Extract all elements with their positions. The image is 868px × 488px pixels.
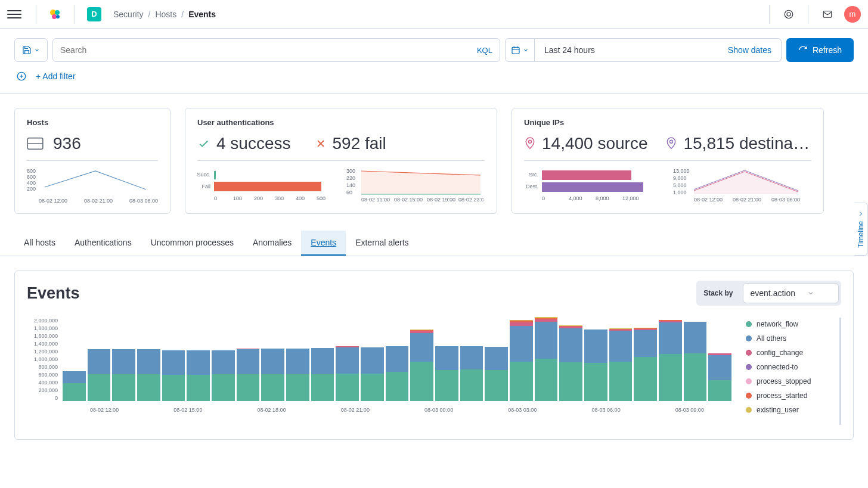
svg-point-34 bbox=[670, 140, 673, 143]
bar-column[interactable] bbox=[212, 350, 235, 401]
divider bbox=[769, 5, 770, 24]
bar-column[interactable] bbox=[510, 320, 533, 401]
svg-text:Dest.: Dest. bbox=[526, 184, 538, 189]
bar-column[interactable] bbox=[261, 349, 284, 401]
bar-column[interactable] bbox=[634, 328, 657, 401]
legend-item[interactable]: All others bbox=[746, 334, 835, 343]
svg-text:08-02 12:00: 08-02 12:00 bbox=[694, 197, 723, 203]
breadcrumb: Security / Hosts / Events bbox=[113, 10, 216, 19]
breadcrumb-section[interactable]: Hosts bbox=[155, 10, 176, 19]
ips-trend-chart: 13,000 9,000 5,000 1,000 08-02 12:00 08-… bbox=[673, 168, 804, 204]
bar-column[interactable] bbox=[485, 347, 508, 401]
kql-toggle[interactable]: KQL bbox=[477, 46, 492, 55]
legend-item[interactable]: connected-to bbox=[746, 363, 835, 371]
svg-text:300: 300 bbox=[346, 168, 355, 174]
x-tick: 08-03 06:00 bbox=[129, 198, 158, 204]
bar-column[interactable] bbox=[684, 322, 707, 401]
legend-item[interactable]: existing_user bbox=[746, 406, 835, 414]
tab-anomalies[interactable]: Anomalies bbox=[243, 231, 301, 256]
chevron-down-icon bbox=[34, 47, 40, 53]
saved-query-button[interactable] bbox=[14, 38, 48, 62]
breadcrumb-app[interactable]: Security bbox=[113, 10, 144, 19]
bar-column[interactable] bbox=[659, 320, 682, 401]
hosts-icon bbox=[27, 137, 44, 150]
tab-all-hosts[interactable]: All hosts bbox=[14, 231, 65, 256]
svg-point-1 bbox=[55, 10, 60, 15]
legend-swatch bbox=[746, 393, 752, 399]
stack-by-select[interactable]: event.action bbox=[743, 283, 839, 303]
bar-column[interactable] bbox=[336, 346, 359, 401]
card-title: User authentications bbox=[197, 118, 485, 127]
timeline-flyout-button[interactable]: Timeline bbox=[854, 203, 868, 256]
legend-item[interactable]: process_started bbox=[746, 391, 835, 400]
add-filter-link[interactable]: + Add filter bbox=[36, 72, 76, 81]
bar-column[interactable] bbox=[559, 325, 582, 401]
search-input-wrap[interactable]: KQL bbox=[52, 38, 500, 62]
tabs: All hosts Authentications Uncommon proce… bbox=[0, 231, 868, 256]
bar-column[interactable] bbox=[708, 353, 731, 401]
bar-column[interactable] bbox=[137, 349, 160, 401]
bar-column[interactable] bbox=[609, 328, 633, 401]
bar-column[interactable] bbox=[63, 371, 86, 401]
auth-card: User authentications 4 success 592 fail … bbox=[185, 108, 497, 214]
date-quick-button[interactable] bbox=[505, 38, 535, 62]
svg-rect-38 bbox=[542, 182, 643, 192]
help-icon[interactable] bbox=[777, 2, 801, 26]
tab-external-alerts[interactable]: External alerts bbox=[346, 231, 418, 256]
refresh-button[interactable]: Refresh bbox=[786, 38, 854, 62]
legend-swatch bbox=[746, 407, 752, 413]
bar-column[interactable] bbox=[535, 317, 558, 401]
tab-events[interactable]: Events bbox=[301, 231, 346, 256]
legend-item[interactable]: process_stopped bbox=[746, 377, 835, 386]
bar-column[interactable] bbox=[361, 347, 384, 401]
elastic-logo[interactable] bbox=[48, 7, 63, 21]
mail-icon[interactable] bbox=[816, 2, 839, 26]
svg-text:08-02 21:00: 08-02 21:00 bbox=[733, 197, 761, 203]
auth-success: 4 success bbox=[216, 134, 291, 153]
bar-column[interactable] bbox=[435, 346, 458, 401]
refresh-label: Refresh bbox=[813, 45, 842, 55]
legend-label: All others bbox=[757, 334, 786, 343]
card-title: Hosts bbox=[27, 118, 158, 127]
space-selector[interactable]: D bbox=[87, 7, 101, 21]
bar-column[interactable] bbox=[162, 350, 185, 401]
bar-column[interactable] bbox=[112, 349, 135, 402]
svg-text:220: 220 bbox=[346, 175, 355, 181]
hosts-card: Hosts 936 800 600 400 200 08-02 12:00 08… bbox=[14, 108, 170, 214]
legend-item[interactable]: config_change bbox=[746, 349, 835, 357]
divider bbox=[36, 5, 36, 24]
svg-point-3 bbox=[56, 15, 60, 18]
bar-column[interactable] bbox=[584, 330, 607, 401]
chevron-down-icon bbox=[523, 47, 529, 53]
legend-label: process_started bbox=[757, 391, 807, 400]
bar-column[interactable] bbox=[286, 349, 309, 401]
bar-column[interactable] bbox=[187, 350, 210, 401]
chevron-down-icon bbox=[807, 290, 814, 297]
svg-text:08-02 23:00: 08-02 23:00 bbox=[458, 197, 483, 203]
timeline-label: Timeline bbox=[857, 221, 865, 248]
bar-column[interactable] bbox=[386, 346, 409, 401]
hosts-sparkline: 800 600 400 200 bbox=[27, 168, 152, 195]
legend-swatch bbox=[746, 350, 752, 356]
svg-rect-36 bbox=[542, 170, 631, 180]
bar-column[interactable] bbox=[88, 349, 111, 402]
user-avatar[interactable]: m bbox=[844, 6, 861, 23]
breadcrumb-current: Events bbox=[188, 10, 216, 19]
svg-text:1,000: 1,000 bbox=[673, 189, 687, 195]
bar-column[interactable] bbox=[311, 348, 334, 401]
tab-authentications[interactable]: Authentications bbox=[65, 231, 141, 256]
legend-swatch bbox=[746, 335, 752, 341]
legend-label: existing_user bbox=[757, 406, 799, 414]
nav-menu-button[interactable] bbox=[7, 7, 21, 21]
pin-icon bbox=[524, 136, 536, 151]
bar-column[interactable] bbox=[460, 346, 483, 401]
bar-column[interactable] bbox=[410, 330, 433, 401]
show-dates-link[interactable]: Show dates bbox=[728, 45, 771, 55]
bar-column[interactable] bbox=[237, 349, 260, 401]
filter-icon[interactable] bbox=[14, 69, 29, 83]
svg-rect-17 bbox=[214, 182, 321, 191]
tab-uncommon-processes[interactable]: Uncommon processes bbox=[141, 231, 243, 256]
date-range-picker[interactable]: Last 24 hours Show dates bbox=[535, 38, 782, 62]
search-input[interactable] bbox=[60, 45, 477, 55]
legend-item[interactable]: network_flow bbox=[746, 320, 835, 328]
